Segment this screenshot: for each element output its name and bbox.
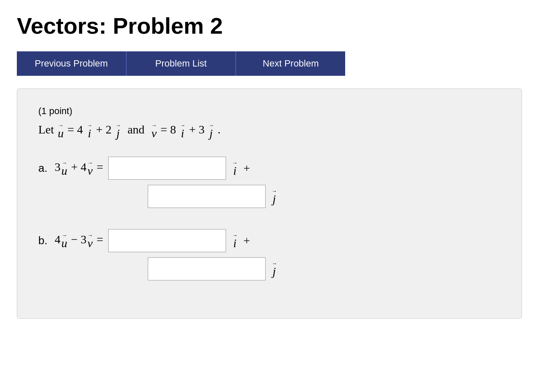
- problem-list-button[interactable]: Problem List: [127, 51, 237, 76]
- part-a-j-input[interactable]: [148, 185, 266, 208]
- vector-i-symbol-stmt: → i: [87, 122, 92, 140]
- part-b-plus: +: [243, 234, 250, 248]
- part-b-j-vec: → j: [272, 260, 277, 278]
- part-a-j-row: → j: [148, 185, 500, 208]
- part-a-v-vec: → v: [87, 159, 93, 178]
- part-b-j-input[interactable]: [148, 257, 266, 280]
- vector-j2-symbol-stmt: → j: [208, 122, 214, 140]
- part-a-equation-row: a. 3 → u + 4 → v = → i +: [38, 157, 500, 180]
- part-b-i-input[interactable]: [108, 229, 226, 252]
- part-b-equation: 4 → u − 3 → v =: [55, 232, 104, 250]
- part-a-label: a.: [38, 162, 48, 175]
- part-b: b. 4 → u − 3 → v = → i + →: [38, 229, 500, 280]
- part-a-u-vec: → u: [61, 159, 67, 178]
- problem-box: (1 point) Let → u = 4 → i + 2 → j and → …: [17, 88, 522, 319]
- navigation-bar: Previous Problem Problem List Next Probl…: [17, 51, 345, 76]
- vector-u-symbol: → u: [58, 122, 64, 140]
- problem-statement: Let → u = 4 → i + 2 → j and → v = 8 → i …: [38, 121, 500, 140]
- part-b-j-row: → j: [148, 257, 500, 280]
- vector-v-symbol: → v: [151, 122, 157, 140]
- points-label: (1 point): [38, 106, 500, 117]
- part-a-i-vec: → i: [232, 159, 237, 178]
- part-a-equation: 3 → u + 4 → v =: [55, 159, 104, 178]
- part-b-u-vec: → u: [61, 232, 67, 250]
- part-a-plus: +: [243, 162, 250, 175]
- next-problem-button[interactable]: Next Problem: [236, 51, 345, 76]
- part-a-j-vec: → j: [272, 187, 277, 206]
- prev-problem-button[interactable]: Previous Problem: [17, 51, 127, 76]
- vector-i2-symbol-stmt: → i: [180, 122, 185, 140]
- vector-j-symbol-stmt: → j: [115, 122, 121, 140]
- part-b-i-vec: → i: [232, 232, 237, 250]
- page-title: Vectors: Problem 2: [17, 13, 526, 39]
- part-b-equation-row: b. 4 → u − 3 → v = → i +: [38, 229, 500, 252]
- part-b-label: b.: [38, 234, 48, 247]
- part-b-v-vec: → v: [87, 232, 93, 250]
- part-a: a. 3 → u + 4 → v = → i + →: [38, 157, 500, 208]
- part-a-i-input[interactable]: [108, 157, 226, 180]
